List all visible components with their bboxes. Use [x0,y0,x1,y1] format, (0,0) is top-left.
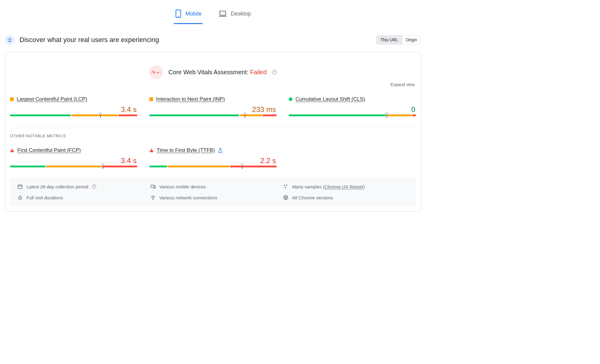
svg-point-5 [11,39,12,40]
page-title: Discover what your real users are experi… [19,36,159,44]
svg-point-1 [178,16,179,17]
core-metrics: Largest Contentful Paint (LCP) 3.4 s Int… [10,90,416,119]
header-row: Discover what your real users are experi… [5,35,421,45]
svg-point-12 [285,187,286,188]
field-data-card: Core Web Vitals Assessment: Failed ? Exp… [5,52,421,212]
info-period-text: Latest 28-day collection period [26,184,88,189]
metric-lcp: Largest Contentful Paint (LCP) 3.4 s [10,96,137,118]
square-icon [10,97,14,101]
info-samples-text: Many samples (Chrome UX Report) [292,184,365,189]
square-icon [149,97,153,101]
triangle-icon [10,149,14,152]
svg-rect-9 [154,186,155,188]
marker-icon [241,164,243,166]
info-versions: All Chrome versions [283,195,409,200]
metric-cls: Cumulative Layout Shift (CLS) 0 [289,96,416,118]
scatter-icon [283,184,288,189]
info-period: Latest 28-day collection period ? [17,184,143,189]
assessment-status: Failed [250,69,267,75]
chrome-icon [283,195,288,200]
marker-icon [244,113,246,115]
metric-lcp-value: 3.4 s [10,102,137,114]
metric-inp-bar [149,114,277,118]
marker-icon [102,164,104,166]
svg-point-3 [9,38,11,40]
info-durations-text: Full visit durations [26,195,63,200]
desktop-icon [218,10,227,17]
svg-point-10 [284,185,285,186]
svg-point-4 [8,39,9,40]
mobile-icon [175,9,182,18]
device-tabs: Mobile Desktop [5,0,421,24]
marker-icon [99,113,102,115]
help-icon[interactable]: ? [92,184,96,189]
info-versions-text: All Chrome versions [292,195,333,200]
metric-lcp-bar [10,114,137,118]
metric-ttfb-name[interactable]: Time to First Byte (TTFB) [157,147,215,153]
metric-ttfb-bar [149,166,277,169]
info-durations: Full visit durations [17,195,143,200]
metric-ttfb: Time to First Byte (TTFB) 2.2 s [149,147,277,169]
expand-view-link[interactable]: Expand view [10,82,416,90]
info-network: Various network connections [150,195,276,200]
cwv-assessment: Core Web Vitals Assessment: Failed ? [10,60,416,82]
svg-rect-8 [151,185,154,187]
metric-fcp: First Contentful Paint (FCP) 3.4 s [10,147,137,169]
dataset-info: Latest 28-day collection period ? Variou… [10,178,416,206]
tab-desktop[interactable]: Desktop [217,6,252,24]
other-metrics-label: OTHER NOTABLE METRICS [10,134,416,141]
assessment-text: Core Web Vitals Assessment: Failed [169,69,267,76]
info-network-text: Various network connections [159,195,218,200]
seg-this-url[interactable]: This URL [377,36,402,44]
info-devices-text: Various mobile devices [159,184,206,189]
svg-point-11 [286,185,287,186]
metric-cls-value: 0 [289,102,416,114]
pulse-icon [149,65,163,79]
tab-mobile-label: Mobile [185,11,201,17]
info-samples: Many samples (Chrome UX Report) [283,184,409,189]
info-devices: Various mobile devices [150,184,276,189]
metric-fcp-value: 3.4 s [10,153,137,166]
wifi-icon [150,195,156,200]
metric-cls-bar [289,114,416,118]
header-left: Discover what your real users are experi… [5,35,159,45]
svg-rect-2 [220,11,226,15]
flask-icon [218,148,223,153]
audience-icon [5,35,15,45]
devices-icon [150,184,156,189]
circle-icon [289,97,292,101]
stopwatch-icon [17,195,23,200]
metric-inp-name[interactable]: Interaction to Next Paint (INP) [156,96,225,102]
marker-icon [385,113,388,115]
calendar-icon [17,184,23,189]
metric-fcp-name[interactable]: First Contentful Paint (FCP) [17,147,81,153]
tab-desktop-label: Desktop [231,11,251,17]
metric-inp: Interaction to Next Paint (INP) 233 ms [149,96,277,118]
svg-rect-7 [18,185,22,189]
triangle-icon [149,149,154,152]
metric-cls-name[interactable]: Cumulative Layout Shift (CLS) [295,96,365,102]
other-metrics: First Contentful Paint (FCP) 3.4 s Time … [10,141,416,170]
seg-origin[interactable]: Origin [402,36,421,44]
crux-link[interactable]: Chrome UX Report [324,184,363,189]
metric-inp-value: 233 ms [149,102,277,114]
metric-ttfb-value: 2.2 s [149,153,277,166]
svg-point-14 [153,199,153,200]
divider [10,128,416,128]
svg-point-6 [160,72,160,72]
scope-segmented: This URL Origin [376,35,421,44]
metric-lcp-name[interactable]: Largest Contentful Paint (LCP) [17,96,87,102]
metric-fcp-bar [10,166,137,169]
assessment-label: Core Web Vitals Assessment: [169,69,249,75]
tab-mobile[interactable]: Mobile [174,6,203,24]
help-icon[interactable]: ? [272,70,277,75]
